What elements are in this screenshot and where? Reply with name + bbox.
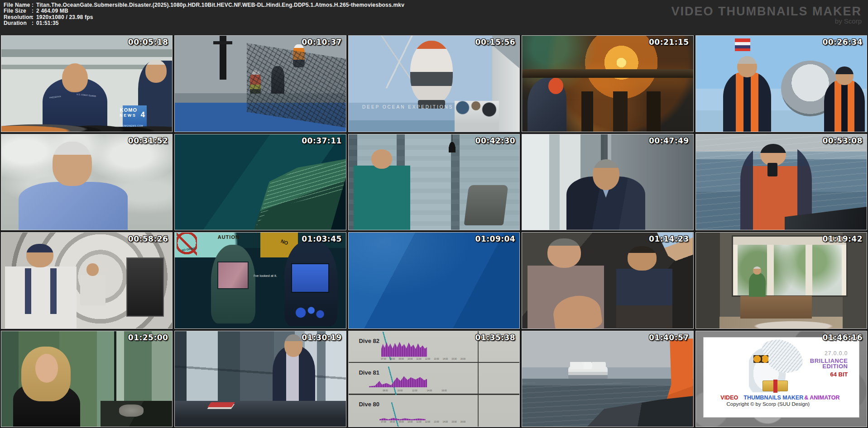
on-screen-caption: DEEP OCEAN EXPEDITIONS: [362, 105, 453, 109]
thumbnail-art-layer: [354, 149, 410, 230]
thumbnail-art-layer: [464, 185, 508, 225]
thumbnail-art-layer: [126, 257, 164, 317]
separator: :: [32, 14, 36, 20]
thumbnail-art-layer: [566, 176, 645, 230]
thumbnail-interview-blonde: 01:25:00: [1, 331, 173, 428]
thumbnail-art-layer: [5, 240, 77, 328]
thumbnail-art-layer: [19, 182, 128, 230]
thumbnail-art-layer: [138, 61, 173, 132]
thumbnail-art-layer: [528, 238, 604, 328]
timestamp-label: 01:09:04: [475, 234, 516, 243]
timestamp-label: 00:58:26: [128, 234, 168, 243]
thumbnail-boat-radio: 00:53:08: [695, 134, 867, 231]
thumbnail-interview-office-teal: 00:42:30: [348, 134, 520, 231]
timestamp-label: 01:40:57: [649, 333, 689, 342]
thumbnail-submersible-launch: 00:15:56 DEEP OCEAN EXPEDITIONS: [348, 35, 520, 132]
thumbnail-art-layer: [749, 273, 766, 297]
timestamp-label: 00:47:49: [649, 136, 689, 145]
file-size-value: 2 464.09 MB: [36, 8, 68, 14]
thumbnail-art-layer: [410, 41, 453, 104]
logo-bitness: 64 BIT: [830, 371, 848, 378]
thumbnail-art-layer: [381, 341, 427, 357]
separator: :: [32, 8, 36, 14]
file-size-label: File Size: [4, 8, 32, 14]
axis-ticks: 08:00 10:00 12:00 14:00 16:00: [383, 390, 446, 392]
contact-sheet: File Name : Titan.The.OceanGate.Submersi…: [0, 0, 868, 428]
timestamp-label: 01:03:45: [302, 234, 342, 243]
separator: :: [32, 2, 36, 8]
timestamp-label: 00:37:11: [302, 136, 342, 145]
subtitle-text: I've looked at it.: [254, 274, 277, 278]
thumbnail-art-layer: [455, 101, 499, 132]
thumbnail-art-layer: [528, 78, 567, 131]
thumbnail-steel-foundry: 00:21:15: [522, 35, 693, 132]
news-site-text: KOMONEWS.COM: [121, 124, 143, 127]
logo-title-video: VIDEO: [720, 395, 738, 401]
thumbnail-titanic-wreck: 00:37:11: [174, 134, 346, 231]
logo-title-animator: & ANIMATOR: [804, 395, 839, 401]
thumbnail-press-conference: 00:05:18 FREDERICKU.S. COAST GUARDKOMONE…: [1, 35, 173, 132]
thumbnail-art-layer: [273, 346, 315, 405]
logo-copyright: Copyright © by Scorp (SUU Design): [727, 401, 810, 407]
thumbnail-grid: 00:05:18 FREDERICKU.S. COAST GUARDKOMONE…: [0, 35, 868, 428]
thumbnail-art-layer: [587, 396, 693, 427]
thumbnail-art-layer: [379, 417, 426, 420]
thumbnail-art-layer: [616, 248, 673, 328]
thumbnail-art-layer: [824, 80, 865, 131]
resolution-value: 1920x1080 / 23.98 fps: [36, 14, 93, 20]
timestamp-label: 00:05:18: [128, 38, 168, 47]
thumbnail-sub-interior: 00:58:26: [1, 232, 173, 329]
thumbnail-bay-window: 01:19:42: [695, 232, 867, 329]
thumbnail-art-layer: [13, 383, 80, 427]
no-smoking-sign-text: NO OKING: [182, 247, 196, 252]
thumbnail-art-layer: [53, 142, 92, 185]
dive-label: Dive 82: [359, 338, 379, 344]
thumbnail-art-layer: [101, 401, 173, 427]
timestamp-label: 01:30:19: [302, 333, 342, 342]
timestamp-label: 01:19:42: [822, 234, 863, 243]
resolution-row: Resolution : 1920x1080 / 23.98 fps: [4, 14, 404, 20]
dive-label: Dive 81: [359, 369, 379, 376]
news-channel-number: 4: [141, 110, 145, 119]
thumbnail-ship-gangway: 00:10:37: [174, 35, 346, 132]
logo-version: 27.0.0.0: [825, 350, 848, 357]
thumbnail-art-layer: [43, 78, 107, 131]
logo-title-thumbnails-maker: THUMBNAILS MAKER: [743, 395, 803, 401]
thumbnail-art-layer: [740, 296, 812, 319]
thumbnail-art-layer: [284, 240, 337, 326]
news-logo-text: KOMO: [120, 107, 137, 113]
thumbnail-sub-buddies: 01:14:23: [522, 232, 693, 329]
timestamp-label: 01:35:38: [475, 333, 516, 342]
thumbnail-open-ocean: 01:09:04: [348, 232, 520, 329]
resolution-label: Resolution: [4, 14, 32, 20]
timestamp-label: 01:25:00: [128, 333, 168, 342]
thumbnail-art-layer: [80, 263, 106, 305]
timestamp-label: 00:10:37: [302, 38, 342, 47]
thumbnail-art-layer: [247, 43, 346, 128]
thumbnail-office-desk: 01:30:19: [174, 331, 346, 428]
thumbnail-foggy-sea: 01:40:57: [522, 331, 693, 428]
duration-row: Duration : 01:51:35: [4, 20, 404, 26]
watermark-subtitle: by Scorp: [671, 17, 862, 25]
file-size-row: File Size : 2 464.09 MB: [4, 8, 404, 14]
caution-sign-text: AUTION: [218, 234, 240, 240]
thumbnail-art-layer: [568, 366, 608, 379]
timestamp-label: 01:14:23: [649, 234, 689, 243]
file-name-label: File Name: [4, 2, 32, 8]
thumbnail-art-layer: [723, 72, 771, 131]
timestamp-label: 00:21:15: [649, 38, 689, 47]
thumbnail-art-layer: [448, 140, 456, 152]
caution-sign-text: NO: [280, 238, 289, 246]
file-info-header: File Name : Titan.The.OceanGate.Submersi…: [0, 0, 868, 35]
thumbnail-interview-loft: 00:47:49: [522, 134, 693, 231]
thumbnail-art-layer: [762, 380, 788, 391]
separator: :: [32, 20, 36, 26]
duration-label: Duration: [4, 20, 32, 26]
timestamp-label: 00:31:52: [128, 136, 168, 145]
app-watermark: VIDEO THUMBNAILS MAKER by Scorp: [671, 5, 862, 25]
thumbnail-interview-marina: 00:31:52: [1, 134, 173, 231]
file-name-row: File Name : Titan.The.OceanGate.Submersi…: [4, 2, 404, 8]
timestamp-label: 00:42:30: [475, 136, 516, 145]
thumbnail-art-layer: [175, 401, 345, 427]
file-info-rows: File Name : Titan.The.OceanGate.Submersi…: [4, 2, 404, 27]
